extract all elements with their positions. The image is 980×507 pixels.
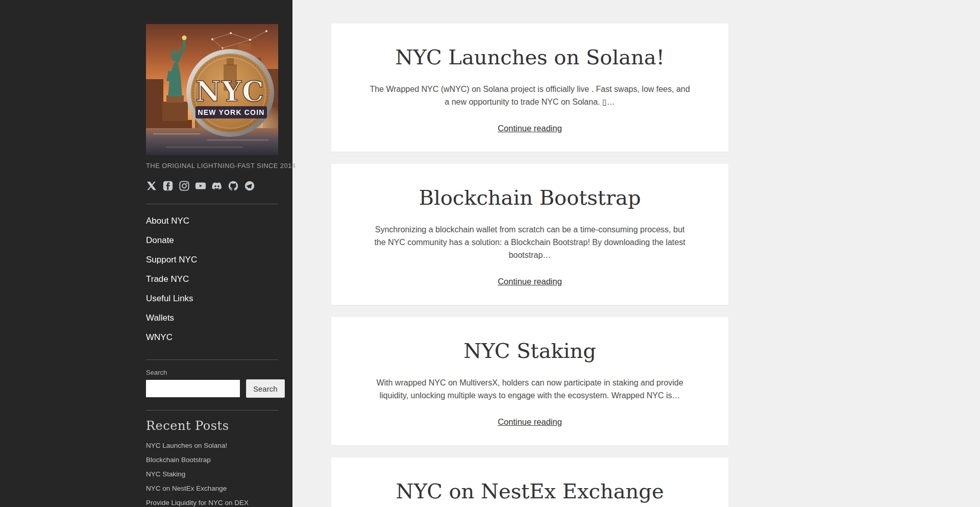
recent-post-link[interactable]: Provide Liquidity for NYC on DEX: [146, 499, 249, 506]
list-item: Provide Liquidity for NYC on DEX: [146, 495, 278, 507]
sidebar-item-donate[interactable]: Donate: [146, 231, 278, 250]
post-title: NYC Staking: [367, 339, 693, 363]
discord-icon[interactable]: [211, 180, 223, 191]
search-widget: Search Search: [146, 369, 278, 398]
posts-stream: NYC Launches on Solana! The Wrapped NYC …: [331, 0, 728, 507]
sidebar-item-useful-links[interactable]: Useful Links: [146, 289, 278, 308]
coin-medallion: NYC NEW YORK COIN: [186, 49, 274, 137]
sidebar: NYC NEW YORK COIN THE ORIGINAL LIGHTNING…: [0, 0, 292, 507]
recent-posts-title: Recent Posts: [146, 419, 278, 433]
sidebar-item-trade-nyc[interactable]: Trade NYC: [146, 270, 278, 289]
telegram-icon[interactable]: [244, 180, 255, 191]
post-title-link[interactable]: NYC on NestEx Exchange: [396, 479, 664, 503]
menu-link[interactable]: Wallets: [146, 313, 174, 323]
continue-reading-link[interactable]: Continue reading: [498, 277, 562, 286]
menu-link[interactable]: WNYC: [146, 332, 173, 342]
post-card: NYC Launches on Solana! The Wrapped NYC …: [331, 23, 728, 152]
coin-subtext: NEW YORK COIN: [198, 108, 264, 116]
sidebar-divider-2: [146, 359, 278, 360]
post-card: Blockchain Bootstrap Synchronizing a blo…: [331, 164, 728, 305]
nyc-coin-logo-image: NYC NEW YORK COIN: [146, 24, 278, 155]
post-title: NYC on NestEx Exchange: [367, 479, 693, 503]
list-item: NYC Staking: [146, 467, 278, 481]
search-input[interactable]: [146, 380, 240, 397]
list-item: NYC on NestEx Exchange: [146, 481, 278, 495]
recent-post-link[interactable]: NYC on NestEx Exchange: [146, 485, 227, 492]
menu-link[interactable]: Useful Links: [146, 294, 193, 303]
youtube-icon[interactable]: [195, 180, 206, 191]
post-card: NYC on NestEx Exchange: [331, 457, 728, 507]
primary-menu: About NYC Donate Support NYC Trade NYC U…: [146, 211, 278, 347]
recent-posts-widget: Recent Posts NYC Launches on Solana! Blo…: [146, 419, 278, 507]
menu-link[interactable]: About NYC: [146, 216, 189, 226]
recent-post-link[interactable]: Blockchain Bootstrap: [146, 456, 211, 464]
sidebar-divider-1: [146, 204, 278, 204]
menu-link[interactable]: Donate: [146, 235, 174, 245]
sidebar-content: NYC NEW YORK COIN THE ORIGINAL LIGHTNING…: [146, 24, 278, 507]
continue-reading-link[interactable]: Continue reading: [498, 417, 562, 427]
search-button[interactable]: Search: [246, 379, 285, 398]
x-twitter-icon[interactable]: [146, 180, 157, 191]
sidebar-item-wnyc[interactable]: WNYC: [146, 328, 278, 347]
sidebar-item-about-nyc[interactable]: About NYC: [146, 211, 278, 231]
post-title: Blockchain Bootstrap: [367, 185, 693, 210]
social-links: [146, 180, 278, 191]
recent-post-link[interactable]: NYC Staking: [146, 470, 185, 478]
search-label: Search: [146, 369, 278, 376]
menu-link[interactable]: Support NYC: [146, 255, 197, 264]
recent-post-link[interactable]: NYC Launches on Solana!: [146, 442, 227, 449]
sidebar-item-support-nyc[interactable]: Support NYC: [146, 250, 278, 270]
post-excerpt: Synchronizing a blockchain wallet from s…: [369, 223, 691, 261]
instagram-icon[interactable]: [179, 180, 190, 191]
site-logo[interactable]: NYC NEW YORK COIN: [146, 24, 278, 155]
menu-link[interactable]: Trade NYC: [146, 274, 189, 284]
coin-nyc-text: NYC: [195, 75, 265, 108]
post-title: NYC Launches on Solana!: [367, 45, 693, 69]
facebook-icon[interactable]: [162, 180, 174, 191]
post-excerpt: The Wrapped NYC (wNYC) on Solana project…: [369, 83, 691, 108]
post-card: NYC Staking With wrapped NYC on Multiver…: [331, 317, 728, 445]
list-item: NYC Launches on Solana!: [146, 438, 278, 452]
github-icon[interactable]: [228, 180, 239, 191]
list-item: Blockchain Bootstrap: [146, 452, 278, 467]
post-title-link[interactable]: NYC Staking: [463, 339, 596, 363]
continue-reading-link[interactable]: Continue reading: [498, 124, 562, 133]
post-title-link[interactable]: Blockchain Bootstrap: [419, 186, 641, 209]
post-title-link[interactable]: NYC Launches on Solana!: [395, 45, 664, 69]
post-excerpt: With wrapped NYC on MultiversX, holders …: [369, 376, 691, 402]
sidebar-divider-3: [146, 410, 278, 411]
site-tagline: THE ORIGINAL LIGHTNING-FAST SINCE 2014: [146, 162, 278, 170]
sidebar-item-wallets[interactable]: Wallets: [146, 308, 278, 328]
